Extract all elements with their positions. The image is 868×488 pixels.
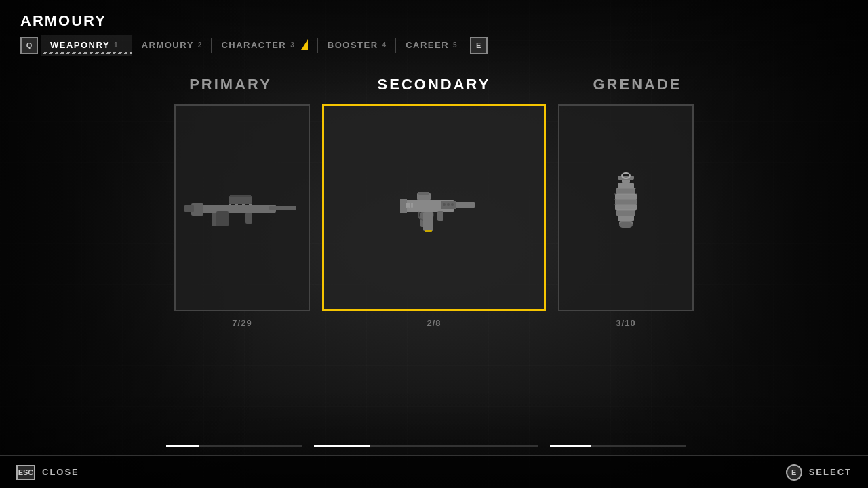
secondary-progress-fill xyxy=(314,445,370,447)
svg-rect-27 xyxy=(408,203,410,208)
select-key-button[interactable]: E xyxy=(786,464,802,481)
svg-point-17 xyxy=(447,203,450,206)
counters-row: 7/29 2/8 3/10 xyxy=(174,318,694,328)
main-content: PRIMARY SECONDARY GRENADE xyxy=(0,56,868,488)
svg-rect-24 xyxy=(425,230,432,232)
q-key-button[interactable]: Q xyxy=(20,37,38,54)
primary-weapon-image xyxy=(181,181,303,235)
grenade-weapon-image xyxy=(599,167,653,249)
grenade-progress-fill xyxy=(550,445,591,447)
svg-rect-14 xyxy=(453,202,475,208)
secondary-counter: 2/8 xyxy=(322,318,546,328)
header: ARMOURY Q WEAPONRY 1 ARMOURY 2 CHARACTER… xyxy=(0,0,868,56)
svg-point-18 xyxy=(451,203,454,206)
select-label: SELECT xyxy=(809,467,852,477)
footer: ESC CLOSE E SELECT xyxy=(0,455,868,488)
svg-rect-0 xyxy=(195,205,276,213)
tab-weaponry[interactable]: WEAPONRY 1 xyxy=(41,35,132,56)
svg-rect-8 xyxy=(216,211,229,226)
primary-counter: 7/29 xyxy=(174,318,310,328)
svg-rect-20 xyxy=(418,192,429,195)
svg-rect-38 xyxy=(618,216,634,221)
svg-point-16 xyxy=(443,203,446,206)
primary-weapon-card[interactable] xyxy=(174,104,310,311)
grenade-svg xyxy=(599,167,653,249)
svg-rect-34 xyxy=(615,194,637,199)
svg-rect-11 xyxy=(242,204,245,205)
svg-rect-1 xyxy=(269,206,296,210)
svg-rect-10 xyxy=(235,204,238,205)
secondary-header: SECONDARY xyxy=(322,76,546,94)
secondary-weapon-image xyxy=(380,167,488,249)
svg-rect-9 xyxy=(229,204,231,205)
secondary-progress-bar xyxy=(314,445,538,447)
primary-progress-fill xyxy=(166,445,199,447)
tab-character[interactable]: CHARACTER 3 xyxy=(212,35,317,56)
footer-left: ESC CLOSE xyxy=(16,465,79,480)
active-tab-indicator xyxy=(41,52,132,54)
grenade-counter: 3/10 xyxy=(558,318,694,328)
svg-rect-37 xyxy=(616,210,635,216)
page-title: ARMOURY xyxy=(20,12,848,30)
svg-rect-23 xyxy=(423,212,433,231)
svg-rect-33 xyxy=(616,188,635,194)
grenade-progress-bar xyxy=(550,445,686,447)
svg-rect-32 xyxy=(618,183,634,188)
svg-rect-26 xyxy=(406,203,408,208)
svg-rect-5 xyxy=(184,205,194,212)
grenade-header: GRENADE xyxy=(573,76,702,94)
svg-point-40 xyxy=(619,222,633,228)
svg-rect-36 xyxy=(615,205,637,210)
svg-rect-28 xyxy=(411,203,413,208)
tab-career[interactable]: CAREER 5 xyxy=(396,35,466,56)
primary-progress-bar xyxy=(166,445,302,447)
progress-bars xyxy=(166,445,702,447)
weapon-cards-row xyxy=(174,104,694,311)
primary-header: PRIMARY xyxy=(166,76,295,94)
secondary-weapon-card[interactable] xyxy=(322,104,546,311)
svg-rect-12 xyxy=(249,204,252,205)
svg-rect-7 xyxy=(245,213,252,224)
footer-right: E SELECT xyxy=(786,464,852,481)
tab-separator-5 xyxy=(467,38,467,53)
e-key-button[interactable]: E xyxy=(470,37,488,54)
primary-rifle-svg xyxy=(181,181,303,235)
close-label: CLOSE xyxy=(42,467,79,477)
tab-booster[interactable]: BOOSTER 4 xyxy=(318,35,395,56)
character-arrow-icon xyxy=(301,39,308,50)
esc-key-button[interactable]: ESC xyxy=(16,465,35,480)
weapon-headers: PRIMARY SECONDARY GRENADE xyxy=(166,76,702,94)
svg-rect-35 xyxy=(615,199,637,205)
secondary-smg-svg xyxy=(380,167,488,249)
nav-tabs: Q WEAPONRY 1 ARMOURY 2 CHARACTER 3 xyxy=(20,35,848,56)
tab-armoury[interactable]: ARMOURY 2 xyxy=(132,35,212,56)
grenade-weapon-card[interactable] xyxy=(558,104,694,311)
svg-rect-3 xyxy=(230,195,251,197)
svg-rect-25 xyxy=(437,211,443,221)
